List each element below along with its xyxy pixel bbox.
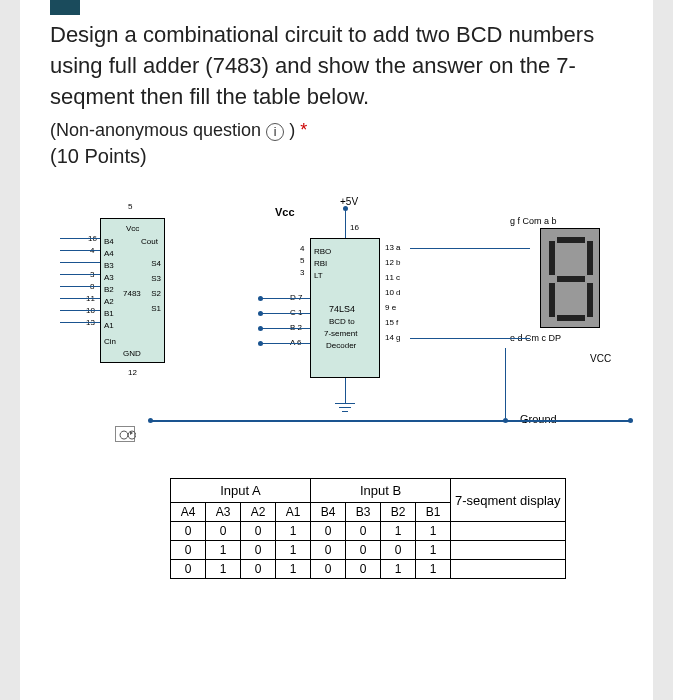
b1-label: B1	[104, 309, 114, 318]
out-15f: 15 f	[385, 318, 398, 327]
cell: 0	[171, 560, 206, 579]
node	[258, 311, 263, 316]
seg-d	[557, 315, 585, 321]
cell: 1	[416, 541, 451, 560]
cell: 0	[206, 522, 241, 541]
gnd-label: GND	[123, 349, 141, 358]
pin3-dec: 3	[300, 268, 304, 277]
pin5-dec: 5	[300, 256, 304, 265]
col-a4: A4	[171, 503, 206, 522]
node	[258, 296, 263, 301]
pin16-decoder: 16	[350, 223, 359, 232]
7sement-label: 7-sement	[324, 329, 357, 338]
s2-label: S2	[151, 289, 161, 298]
cell: 1	[206, 541, 241, 560]
node	[628, 418, 633, 423]
rbo-label: RBO	[314, 247, 331, 256]
cell: 1	[276, 560, 311, 579]
cell: 0	[381, 541, 416, 560]
node	[343, 206, 348, 211]
col-a2: A2	[241, 503, 276, 522]
truth-table-area: Input A Input B 7-seqment display A4 A3 …	[50, 478, 623, 579]
header-display: 7-seqment display	[451, 479, 566, 522]
s1-label: S1	[151, 304, 161, 313]
col-b4: B4	[311, 503, 346, 522]
header-inputA: Input A	[171, 479, 311, 503]
cell: 1	[276, 522, 311, 541]
bcd-to-label: BCD to	[329, 317, 355, 326]
cell: 0	[241, 522, 276, 541]
header-inputB: Input B	[311, 479, 451, 503]
corner-accent	[50, 0, 80, 15]
info-icon[interactable]: i	[266, 123, 284, 141]
cell-display	[451, 541, 566, 560]
b3-label: B3	[104, 261, 114, 270]
cell: 0	[311, 560, 346, 579]
vcc-rail-label: Vcc	[275, 206, 295, 218]
cell: 0	[311, 541, 346, 560]
cell: 0	[241, 541, 276, 560]
truth-table: Input A Input B 7-seqment display A4 A3 …	[170, 478, 566, 579]
b2-label: B2	[104, 285, 114, 294]
required-asterisk: *	[300, 120, 307, 140]
rbi-label: RBI	[314, 259, 327, 268]
wire	[60, 262, 100, 263]
gnd-bar2	[339, 407, 351, 408]
out-10d: 10 d	[385, 288, 401, 297]
a2-label: A2	[104, 297, 114, 306]
ic-74ls47: 74LS4 BCD to 7-sement Decoder RBO RBI LT	[310, 238, 380, 378]
col-a3: A3	[206, 503, 241, 522]
wire	[410, 248, 530, 249]
wire	[260, 343, 310, 344]
cell: 1	[206, 560, 241, 579]
a1-label: A1	[104, 321, 114, 330]
seg-a	[557, 237, 585, 243]
cell: 0	[346, 560, 381, 579]
node	[148, 418, 153, 423]
node	[258, 341, 263, 346]
wire	[260, 328, 310, 329]
vcc-pin-label: Vcc	[126, 224, 139, 233]
col-b1: B1	[416, 503, 451, 522]
cell: 0	[171, 541, 206, 560]
cell-display	[451, 522, 566, 541]
cell-display	[451, 560, 566, 579]
cell: 0	[171, 522, 206, 541]
cell: 1	[381, 522, 416, 541]
wire	[60, 298, 100, 299]
wire-vcc	[345, 208, 346, 238]
loop-icon	[115, 426, 135, 442]
col-a1: A1	[276, 503, 311, 522]
cell: 1	[381, 560, 416, 579]
wire-ground-bus	[150, 420, 630, 422]
vcc-right-label: VCC	[590, 353, 611, 364]
wire	[60, 274, 100, 275]
gnd-bar3	[342, 411, 348, 412]
cin-label: Cin	[104, 337, 116, 346]
chip-7483-label: 7483	[123, 289, 141, 298]
wire	[60, 286, 100, 287]
wire	[410, 338, 530, 339]
question-title: Design a combinational circuit to add tw…	[50, 20, 623, 112]
pin-5-top: 5	[128, 202, 132, 211]
cell: 1	[416, 522, 451, 541]
wire	[60, 322, 100, 323]
wire	[260, 298, 310, 299]
out-11c: 11 c	[385, 273, 400, 282]
question-meta: (Non-anonymous question i ) *	[50, 120, 623, 141]
seg-e	[549, 283, 555, 317]
wire-gnd	[345, 378, 346, 403]
seg-g	[557, 276, 585, 282]
cell: 0	[346, 541, 381, 560]
out-14g: 14 g	[385, 333, 401, 342]
digit-8	[549, 237, 593, 321]
points-label: (10 Points)	[50, 145, 623, 168]
cell: 0	[311, 522, 346, 541]
s4-label: S4	[151, 259, 161, 268]
question-container: Design a combinational circuit to add tw…	[20, 0, 653, 700]
cell: 1	[416, 560, 451, 579]
col-b2: B2	[381, 503, 416, 522]
wire	[60, 310, 100, 311]
gnd-bar1	[335, 403, 355, 404]
seg-b	[587, 241, 593, 275]
